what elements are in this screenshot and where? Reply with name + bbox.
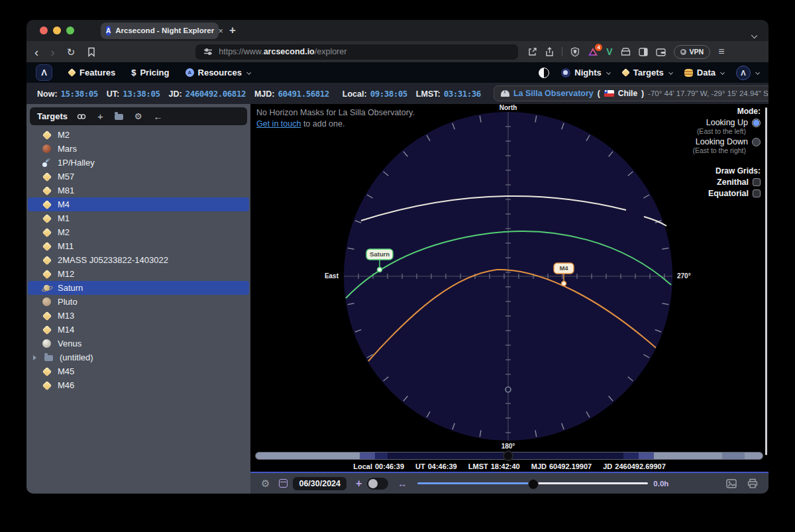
print-icon[interactable] bbox=[747, 478, 758, 488]
forward-button[interactable]: › bbox=[50, 46, 54, 58]
chart-settings-icon[interactable]: ⚙ bbox=[261, 478, 270, 490]
timeline-readout: Local00:46:39 UT04:46:39 LMST18:42:40 MJ… bbox=[250, 462, 768, 470]
playback-toggle[interactable] bbox=[367, 478, 388, 490]
target-row[interactable]: 1P/Halley bbox=[28, 156, 249, 170]
stash-extension-icon[interactable] bbox=[621, 47, 631, 56]
looking-down-option[interactable]: Looking Down bbox=[655, 137, 761, 146]
nav-pricing[interactable]: $ Pricing bbox=[131, 68, 169, 78]
target-row[interactable]: M12 bbox=[28, 267, 249, 281]
target-diamond-icon bbox=[42, 242, 51, 250]
open-external-icon[interactable] bbox=[527, 47, 537, 57]
address-bar[interactable]: https://www.arcsecond.io/explorer bbox=[195, 44, 518, 60]
duration-arrows-icon[interactable]: ↔ bbox=[398, 478, 407, 489]
tab-search-icon[interactable] bbox=[752, 28, 757, 40]
looking-up-option[interactable]: Looking Up bbox=[655, 118, 761, 127]
target-row[interactable]: M2 bbox=[28, 128, 249, 142]
folder-row[interactable]: (untitled) bbox=[28, 350, 249, 364]
target-row[interactable]: M2 bbox=[28, 225, 249, 239]
wallet-icon[interactable] bbox=[656, 48, 666, 56]
brave-shield-icon[interactable] bbox=[570, 47, 580, 57]
observatory-coordinates: -70° 44' 17.79" W, -29° 15' 24.94" S bbox=[648, 89, 768, 97]
observatory-selector[interactable]: La Silla Observatory ( Chile ) -70° 44' … bbox=[494, 85, 768, 101]
link-icon[interactable] bbox=[77, 112, 86, 121]
target-row[interactable]: M57 bbox=[28, 170, 249, 184]
close-window-button[interactable] bbox=[40, 27, 48, 34]
share-icon[interactable] bbox=[545, 47, 554, 57]
compass-270-label: 270° bbox=[677, 272, 691, 280]
ut-time: UT:13:38:05 bbox=[107, 89, 160, 99]
date-input[interactable]: 06/30/2024 bbox=[293, 477, 346, 490]
target-row[interactable]: M14 bbox=[28, 323, 249, 337]
collapse-sidebar-icon[interactable]: ← bbox=[153, 112, 162, 121]
tune-icon[interactable] bbox=[203, 48, 213, 56]
target-row[interactable]: Pluto bbox=[28, 295, 249, 309]
looking-up-radio[interactable] bbox=[752, 119, 761, 127]
add-target-icon[interactable]: + bbox=[97, 111, 103, 121]
observatory-name[interactable]: La Silla Observatory bbox=[513, 89, 594, 98]
venus-planet-icon bbox=[42, 339, 51, 348]
tab-close-icon[interactable]: × bbox=[218, 26, 223, 36]
theme-toggle-icon[interactable] bbox=[539, 68, 549, 78]
target-row[interactable]: M11 bbox=[28, 239, 249, 253]
pole-marker bbox=[505, 387, 511, 392]
target-diamond-icon bbox=[42, 214, 51, 223]
target-row[interactable]: M1 bbox=[28, 211, 249, 225]
sidebar-header: Targets + ⚙ ← bbox=[30, 107, 247, 125]
new-folder-icon[interactable] bbox=[115, 114, 123, 120]
looking-up-hint: (East to the left) bbox=[655, 127, 746, 135]
export-image-icon[interactable] bbox=[726, 479, 737, 488]
target-diamond-icon bbox=[42, 256, 51, 264]
nav-data[interactable]: Data bbox=[684, 68, 724, 78]
zoom-window-button[interactable] bbox=[66, 27, 74, 34]
expand-caret-icon[interactable] bbox=[33, 355, 36, 360]
compass-east-label: East bbox=[325, 272, 339, 280]
reload-button[interactable]: ↻ bbox=[67, 47, 76, 57]
sidebar-settings-icon[interactable]: ⚙ bbox=[134, 112, 142, 121]
pluto-planet-icon bbox=[42, 297, 51, 306]
browser-menu-icon[interactable]: ≡ bbox=[718, 46, 724, 58]
calendar-icon[interactable] bbox=[279, 479, 288, 488]
toolbar-icons: 4 V VPN ≡ bbox=[527, 45, 724, 59]
arcsecond-logo[interactable]: Λ bbox=[36, 64, 52, 81]
window-controls bbox=[40, 27, 74, 34]
zenithal-checkbox[interactable] bbox=[753, 178, 761, 186]
target-row[interactable]: M45 bbox=[28, 364, 249, 378]
nav-targets[interactable]: Targets bbox=[622, 68, 672, 78]
nav-features[interactable]: Features bbox=[68, 68, 115, 78]
target-row[interactable]: M81 bbox=[28, 184, 249, 197]
extension-arc-icon[interactable]: 4 bbox=[588, 47, 598, 56]
equatorial-option[interactable]: Equatorial bbox=[655, 189, 761, 198]
target-row[interactable]: Mars bbox=[28, 142, 249, 156]
browser-tab[interactable]: A Arcsecond - Night Explorer × bbox=[101, 23, 219, 39]
increment-date-icon[interactable]: + bbox=[356, 478, 362, 490]
nav-nights[interactable]: Nights bbox=[561, 68, 610, 78]
saturn-planet-icon bbox=[42, 284, 51, 292]
time-offset-slider[interactable] bbox=[417, 482, 648, 484]
saturn-marker-dot bbox=[378, 268, 382, 272]
equatorial-checkbox[interactable] bbox=[753, 189, 761, 197]
nights-moon-icon bbox=[561, 68, 570, 78]
bookmark-icon[interactable] bbox=[87, 47, 96, 57]
scrollbar[interactable] bbox=[765, 107, 767, 455]
minimize-window-button[interactable] bbox=[53, 27, 61, 34]
target-row[interactable]: 2MASS J05233822-1403022 bbox=[28, 253, 249, 267]
user-menu[interactable]: Λ bbox=[736, 66, 759, 80]
timeline-knob[interactable] bbox=[503, 451, 513, 461]
nav-resources[interactable]: A Resources bbox=[186, 68, 250, 78]
target-row[interactable]: M46 bbox=[28, 378, 249, 392]
target-row-selected[interactable]: Saturn bbox=[28, 281, 249, 295]
target-row-selected[interactable]: M4 bbox=[28, 197, 249, 211]
app-nav: Λ Features $ Pricing A Resources Nights … bbox=[26, 62, 768, 83]
vpn-button[interactable]: VPN bbox=[674, 45, 711, 59]
target-row[interactable]: M13 bbox=[28, 309, 249, 323]
compass-north-label: North bbox=[500, 104, 517, 111]
target-row[interactable]: Venus bbox=[28, 337, 249, 350]
zenithal-option[interactable]: Zenithal bbox=[655, 178, 761, 187]
looking-down-radio[interactable] bbox=[752, 138, 761, 146]
vue-devtools-icon[interactable]: V bbox=[606, 46, 612, 57]
sidebar-toggle-icon[interactable] bbox=[639, 48, 648, 56]
observatory-dome-icon bbox=[501, 90, 509, 97]
new-tab-button[interactable]: + bbox=[229, 24, 236, 37]
back-button[interactable]: ‹ bbox=[34, 46, 38, 58]
local-time: Local:09:38:05 bbox=[343, 89, 407, 99]
